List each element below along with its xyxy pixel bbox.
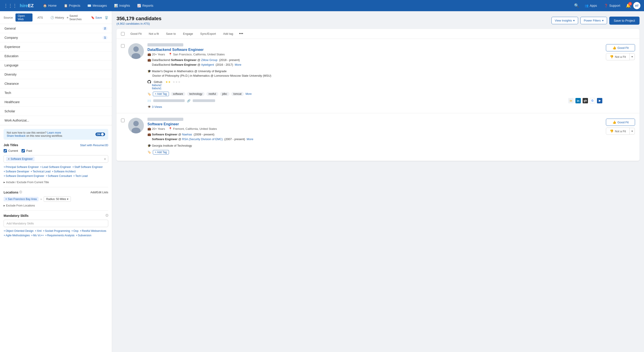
include-exclude-link[interactable]: Include / Exclude From Current Title — [4, 181, 108, 184]
add-tag-button-2[interactable]: + Add Tag — [153, 150, 169, 154]
learn-more-link[interactable]: Learn more — [47, 131, 61, 134]
job-title-input[interactable]: × Software Engineer ✕ — [4, 155, 108, 163]
saved-searches-button[interactable]: ≡ Saved Searches — [67, 14, 88, 21]
save-to-project-button[interactable]: Save to Project — [609, 17, 640, 25]
past-checkbox-label[interactable]: Past — [22, 149, 32, 152]
suggestion-dev-eng[interactable]: Software Development Engineer — [4, 174, 44, 178]
radius-select[interactable]: Radius: 50 Miles ▾ — [44, 196, 71, 202]
sidebar-item-experience[interactable]: Experience — [0, 42, 112, 52]
nav-apps[interactable]: 👥 Apps — [582, 3, 600, 9]
not-fit-chevron-2[interactable]: ▾ — [630, 128, 635, 135]
suggestion-principal[interactable]: Principal Software Engineer — [4, 165, 39, 169]
play-icon[interactable]: ▶ — [597, 98, 602, 103]
toolbar-not-a-fit[interactable]: Not a fit — [148, 31, 160, 36]
suggestion-lead[interactable]: Lead Software Engineer — [40, 165, 71, 169]
share-feedback-link[interactable]: Share feedback — [7, 134, 26, 137]
suggestion-architect[interactable]: Software Architect — [52, 170, 76, 173]
skill-subversion[interactable]: Subversion — [76, 234, 92, 237]
suggestion-technical-lead[interactable]: Technical Lead — [30, 170, 50, 173]
select-all-checkbox[interactable] — [121, 32, 124, 36]
good-fit-button-1[interactable]: 👍 Good Fit — [606, 44, 635, 51]
current-checkbox-label[interactable]: Current — [4, 149, 18, 152]
save-button[interactable]: 🔖 Save — [91, 16, 102, 19]
not-fit-button-1[interactable]: 👎 Not a Fit — [606, 53, 630, 60]
skill-req-analysis[interactable]: Requirements Analysis — [45, 234, 74, 237]
history-button[interactable]: 🕐 History — [50, 16, 64, 19]
nav-projects[interactable]: 📋 Projects — [61, 3, 84, 9]
candidate-2-title[interactable]: Software Engineer — [148, 122, 602, 126]
sidebar-item-tech[interactable]: Tech — [0, 88, 112, 98]
top-navigation: ⋮⋮⋮ hireEZ 🏠 Home 📋 Projects ✉️ Messages… — [0, 0, 644, 11]
mandatory-skills-header: Mandatory Skills ⓘ — [4, 214, 108, 217]
github-repo-2[interactable]: tlabu/a1 — [152, 87, 602, 90]
nav-home[interactable]: 🏠 Home — [40, 3, 60, 9]
remove-location-icon[interactable]: × — [6, 198, 7, 201]
skill-msvc[interactable]: Ms Vc++ — [31, 234, 44, 237]
candidate-1-checkbox[interactable] — [121, 44, 124, 48]
exclude-locations-link[interactable]: Exclude From Locations — [4, 204, 108, 207]
google-icon[interactable]: G — [590, 98, 595, 103]
more-tags-link[interactable]: More — [246, 92, 252, 96]
indeed-icon[interactable]: in — [568, 98, 574, 103]
add-edit-lists-link[interactable]: Add/Edit Lists — [90, 191, 108, 194]
mandatory-skills-input[interactable]: Add Mandatory Skills — [4, 220, 108, 227]
toolbar-add-tag[interactable]: Add tag — [222, 31, 234, 36]
toolbar-sync-export[interactable]: Sync/Export — [199, 31, 217, 36]
remove-tag-icon[interactable]: × — [8, 157, 10, 161]
sidebar-item-healthcare[interactable]: Healthcare — [0, 98, 112, 107]
view-insights-button[interactable]: View Insights ▾ — [552, 17, 578, 24]
add-tag-button-1[interactable]: + Add Tag — [153, 92, 169, 96]
toggle-switch[interactable]: ON — [96, 133, 105, 136]
past-checkbox[interactable] — [22, 149, 25, 152]
suggestion-tech-lead[interactable]: Tech Lead — [73, 174, 88, 178]
search-button[interactable]: 🔍 — [572, 2, 580, 10]
candidate-1-title[interactable]: Data/Backend Software Engineer — [148, 48, 602, 52]
grid-menu-icon[interactable]: ⋮⋮⋮ — [4, 3, 17, 8]
candidate-2-checkbox[interactable] — [121, 119, 124, 122]
linkedin-icon[interactable]: in — [576, 98, 581, 103]
sidebar-item-language[interactable]: Language — [0, 61, 112, 70]
current-checkbox[interactable] — [4, 149, 7, 152]
skill-xml[interactable]: Xml — [35, 229, 42, 232]
skill-restful[interactable]: Restful Webservices — [80, 229, 106, 232]
toolbar-more-options[interactable]: ••• — [239, 31, 243, 36]
github-contact-icon[interactable]: gh — [582, 98, 588, 103]
not-fit-chevron-1[interactable]: ▾ — [630, 53, 635, 60]
more-jobs-link[interactable]: More — [234, 63, 241, 66]
sidebar-item-education[interactable]: Education — [0, 52, 112, 61]
clear-input-icon[interactable]: ✕ — [104, 157, 106, 161]
nav-reports[interactable]: 📈 Reports — [134, 3, 156, 9]
toolbar-save-to[interactable]: Save to — [165, 31, 177, 36]
suggestion-staff[interactable]: Staff Software Engineer — [72, 165, 103, 169]
sidebar-item-diversity[interactable]: Diversity — [0, 70, 112, 79]
nav-support[interactable]: ❓ Support — [601, 3, 624, 9]
sidebar-item-company[interactable]: Company 1 — [0, 33, 112, 42]
suggestion-consultant[interactable]: Software Consultant — [46, 174, 72, 178]
sidebar-item-work-auth[interactable]: Work Authorizat... — [0, 116, 112, 125]
nav-messages[interactable]: ✉️ Messages — [84, 3, 110, 9]
delete-button[interactable]: 🗑️ — [105, 16, 108, 19]
skill-agile[interactable]: Agile Methodologies — [4, 234, 30, 237]
source-ats[interactable]: ATS — [35, 15, 45, 20]
start-with-resume-link[interactable]: Start with Resume/JD — [80, 144, 108, 147]
nav-insights[interactable]: 📊 Insights — [111, 3, 133, 9]
sidebar-item-clearance[interactable]: Clearance — [0, 79, 112, 88]
more-jobs-link-2[interactable]: More — [247, 137, 254, 141]
not-fit-button-2[interactable]: 👎 Not a Fit — [606, 128, 630, 135]
github-repo-1[interactable]: tlabu/a2 — [152, 84, 602, 87]
candidate-1-views[interactable]: 👁️ 3 Views — [148, 105, 602, 109]
skill-oop[interactable]: Oop — [72, 229, 79, 232]
notifications-button[interactable]: 🔔 5 — [624, 2, 632, 10]
skill-ood[interactable]: Object Oriented Design — [4, 229, 34, 232]
power-filters-button[interactable]: Power Filters ▾ — [580, 17, 607, 24]
user-avatar[interactable]: AT — [633, 2, 640, 9]
suggestion-developer[interactable]: Software Developer — [4, 170, 29, 173]
good-fit-button-2[interactable]: 👍 Good Fit — [606, 119, 635, 126]
source-open-web[interactable]: Open Web — [16, 14, 32, 22]
sidebar-item-scholar[interactable]: Scholar — [0, 107, 112, 116]
toolbar-good-fit[interactable]: Good Fit — [129, 31, 143, 36]
skill-socket[interactable]: Socket Programming — [43, 229, 70, 232]
sidebar-item-general[interactable]: General 2 — [0, 24, 112, 33]
candidate-count: 356,179 candidates — [116, 16, 162, 22]
toolbar-engage[interactable]: Engage — [182, 31, 194, 36]
